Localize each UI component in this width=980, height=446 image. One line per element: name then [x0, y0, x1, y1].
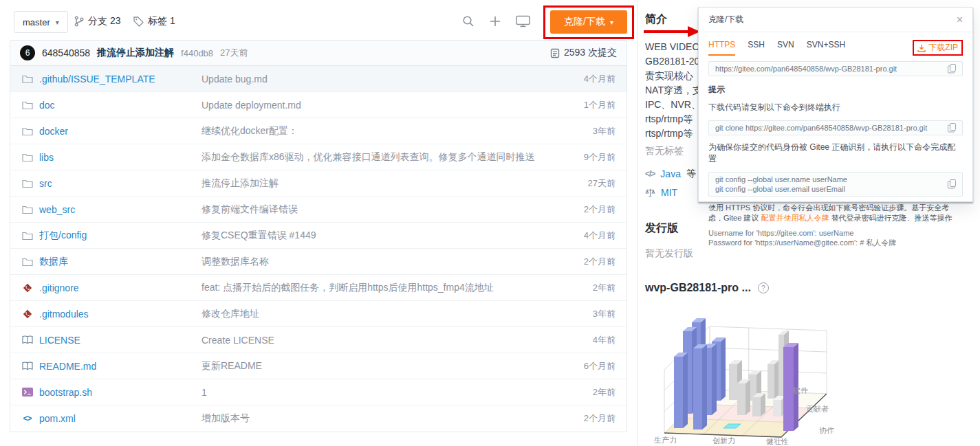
- commit-message-link[interactable]: Update deployment.md: [202, 100, 560, 111]
- commit-date: 2个月前: [560, 256, 616, 268]
- license-row: MIT: [645, 187, 677, 198]
- table-row[interactable]: <> pom.xml 增加版本号 2个月前: [10, 405, 627, 432]
- avatar[interactable]: 6: [20, 45, 35, 60]
- row-label: 协作: [819, 426, 834, 434]
- annotation-arrow: [644, 26, 700, 37]
- table-row[interactable]: .gitmodules 修改仓库地址 3年前: [10, 301, 627, 327]
- clone-download-button[interactable]: 克隆/下载 ▾: [550, 10, 627, 34]
- table-row[interactable]: README.md 更新README 6个月前: [10, 353, 627, 379]
- commit-author[interactable]: 648540858: [42, 47, 90, 58]
- commits-count-link[interactable]: 2593 次提交: [550, 47, 617, 59]
- commit-date: 1个月前: [560, 99, 616, 111]
- language-link[interactable]: Java: [660, 168, 681, 179]
- commit-message-link[interactable]: 1: [202, 387, 560, 398]
- bar-gray: [767, 360, 779, 399]
- branch-selector-value: master: [23, 17, 50, 27]
- monitor-icon[interactable]: [516, 15, 530, 27]
- terminal-icon: [21, 388, 33, 397]
- table-row[interactable]: 数据库 调整数据库名称 2个月前: [10, 249, 627, 275]
- table-row[interactable]: .github/ISSUE_TEMPLATE Update bug.md 4个月…: [10, 66, 627, 92]
- commit-message-link[interactable]: Create LICENSE: [202, 335, 560, 346]
- file-link[interactable]: pom.xml: [39, 413, 76, 424]
- tab-svn-ssh[interactable]: SVN+SSH: [807, 40, 845, 54]
- commit-message-link[interactable]: 更新README: [202, 360, 560, 372]
- commit-message-link[interactable]: 继续优化docker配置：: [202, 125, 560, 137]
- file-link[interactable]: .gitmodules: [39, 309, 89, 320]
- file-link[interactable]: .gitignore: [39, 282, 79, 293]
- help-icon[interactable]: ?: [758, 282, 769, 293]
- file-link[interactable]: docker: [39, 126, 68, 137]
- commit-message-link[interactable]: 推流停止添加注解: [97, 47, 174, 59]
- file-link[interactable]: bootstrap.sh: [39, 387, 92, 398]
- row-label: 贡献者: [806, 405, 829, 414]
- latest-commit-bar: 6 648540858 推流停止添加注解 f440db8 27天前 2593 次…: [10, 40, 627, 66]
- private-token-link[interactable]: 配置并使用私人令牌: [761, 214, 829, 222]
- commit-message-link[interactable]: 添加金仓数据库x86驱动，优化兼容接口通道列表查询。修复多个通道同时推送: [202, 151, 560, 164]
- branches-link[interactable]: 分支 23: [74, 15, 120, 27]
- tab-svn[interactable]: SVN: [777, 40, 794, 54]
- file-link[interactable]: 打包/config: [39, 230, 87, 242]
- table-row[interactable]: .gitignore feat: 点播开始后的截图任务，判断启用https后使用…: [10, 275, 627, 301]
- table-row[interactable]: 打包/config 修复CSEQ重置错误 #1449 4个月前: [10, 223, 627, 249]
- table-row[interactable]: web_src 修复前端文件编译错误 2个月前: [10, 197, 627, 223]
- commit-message-link[interactable]: Update bug.md: [202, 74, 560, 85]
- table-row[interactable]: LICENSE Create LICENSE 4年前: [10, 327, 627, 353]
- commit-date: 2年前: [560, 282, 616, 294]
- folder-icon: [21, 153, 33, 162]
- table-row[interactable]: libs 添加金仓数据库x86驱动，优化兼容接口通道列表查询。修复多个通道同时推…: [10, 144, 627, 170]
- commit-message-link[interactable]: 调整数据库名称: [202, 256, 560, 268]
- copy-icon[interactable]: [948, 179, 956, 189]
- commit-message-link[interactable]: 修改仓库地址: [202, 308, 560, 320]
- table-row[interactable]: bootstrap.sh 1 2年前: [10, 379, 627, 405]
- book-icon: [21, 335, 33, 344]
- git-file-icon: [21, 309, 33, 319]
- row-label: 软件: [792, 386, 808, 394]
- table-row[interactable]: docker 继续优化docker配置： 3年前: [10, 118, 627, 144]
- folder-icon: [21, 74, 33, 84]
- close-icon[interactable]: ×: [957, 14, 963, 25]
- download-zip-button[interactable]: 下载ZIP: [917, 42, 958, 54]
- file-link[interactable]: doc: [39, 100, 55, 111]
- file-link[interactable]: src: [39, 178, 52, 189]
- bar-gray: [752, 393, 765, 416]
- git-file-icon: [21, 283, 33, 293]
- file-link[interactable]: libs: [39, 152, 54, 163]
- axis-label: 创新力: [712, 436, 735, 445]
- tags-link[interactable]: 标签 1: [133, 15, 175, 27]
- branch-selector[interactable]: master ▾: [14, 11, 68, 33]
- no-tags-label: 暂无标签: [645, 145, 684, 157]
- axis-label: 健壮性: [765, 437, 789, 445]
- tab-ssh[interactable]: SSH: [748, 40, 765, 54]
- file-link[interactable]: README.md: [39, 361, 96, 372]
- commit-message-link[interactable]: feat: 点播开始后的截图任务，判断启用https后使用https_fmp4流…: [202, 282, 560, 294]
- commit-message-link[interactable]: 修复前端文件编译错误: [202, 203, 560, 216]
- clone-download-popup: 克隆/下载 × HTTPS SSH SVN SVN+SSH 下载ZIP http…: [698, 7, 973, 202]
- folder-icon: [21, 205, 33, 214]
- project-insight-title: wvp-GB28181-pro ... ?: [645, 282, 769, 294]
- commits-count-label: 2593 次提交: [564, 47, 617, 59]
- commit-message-link[interactable]: 推流停止添加注解: [202, 177, 560, 190]
- commit-date: 2年前: [560, 386, 616, 399]
- file-link[interactable]: web_src: [39, 204, 75, 215]
- file-link[interactable]: 数据库: [39, 256, 68, 268]
- license-link[interactable]: MIT: [661, 187, 677, 198]
- commit-message-link[interactable]: 增加版本号: [202, 412, 560, 425]
- commit-hash[interactable]: f440db8: [181, 48, 213, 58]
- commit-date: 4年前: [560, 334, 616, 346]
- table-row[interactable]: src 推流停止添加注解 27天前: [10, 170, 627, 197]
- tab-https[interactable]: HTTPS: [708, 40, 735, 56]
- copy-icon[interactable]: [948, 64, 956, 74]
- copy-icon[interactable]: [948, 123, 956, 133]
- commit-message-link[interactable]: 修复CSEQ重置错误 #1449: [202, 230, 560, 242]
- file-link[interactable]: LICENSE: [39, 335, 80, 346]
- table-row[interactable]: doc Update deployment.md 1个月前: [10, 92, 627, 118]
- intro-title: 简介: [645, 12, 667, 27]
- commit-date: 9个月前: [560, 151, 616, 164]
- search-icon[interactable]: [462, 15, 475, 27]
- commit-date: 3年前: [560, 125, 616, 137]
- commit-date: 4个月前: [560, 73, 616, 85]
- clone-url-field[interactable]: https://gitee.com/pan648540858/wvp-GB281…: [708, 61, 963, 76]
- branches-label: 分支 23: [88, 15, 120, 27]
- plus-icon[interactable]: [490, 16, 501, 27]
- file-link[interactable]: .github/ISSUE_TEMPLATE: [39, 74, 155, 85]
